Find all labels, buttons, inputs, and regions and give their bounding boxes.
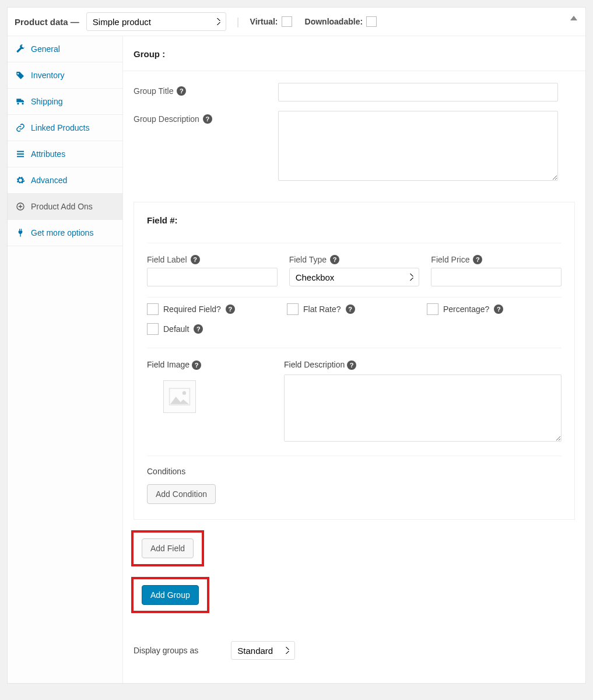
required-field-checkbox[interactable] bbox=[147, 303, 159, 315]
field-description-label: Field Description bbox=[284, 360, 345, 369]
gear-icon bbox=[16, 176, 25, 185]
sidebar-item-shipping[interactable]: Shipping bbox=[8, 89, 122, 115]
header-separator: | bbox=[237, 16, 240, 28]
collapse-toggle-icon[interactable] bbox=[570, 16, 577, 20]
field-description-textarea[interactable] bbox=[284, 374, 562, 442]
help-icon[interactable]: ? bbox=[203, 114, 212, 124]
tag-icon bbox=[16, 71, 25, 80]
sidebar-item-label: Shipping bbox=[31, 97, 63, 106]
flat-rate-checkbox[interactable] bbox=[287, 303, 299, 315]
panel-title: Product data — bbox=[15, 17, 79, 27]
field-heading: Field #: bbox=[147, 215, 562, 225]
field-label-label: Field Label bbox=[147, 255, 187, 264]
sidebar-item-label: Get more options bbox=[31, 228, 93, 237]
field-image-label: Field Image bbox=[147, 360, 190, 369]
sidebar-item-inventory[interactable]: Inventory bbox=[8, 62, 122, 89]
highlight-frame: Add Group bbox=[131, 577, 209, 613]
sidebar-item-attributes[interactable]: Attributes bbox=[8, 141, 122, 167]
group-title-label: Group Title bbox=[134, 86, 173, 96]
plug-icon bbox=[16, 228, 25, 237]
sidebar-item-advanced[interactable]: Advanced bbox=[8, 167, 122, 194]
help-icon[interactable]: ? bbox=[347, 360, 356, 370]
sidebar-item-label: Product Add Ons bbox=[31, 202, 93, 211]
product-type-select-wrap: Simple product bbox=[86, 12, 226, 31]
help-icon[interactable]: ? bbox=[346, 304, 355, 314]
help-icon[interactable]: ? bbox=[177, 86, 186, 96]
group-title-input[interactable] bbox=[278, 83, 558, 102]
display-groups-select[interactable]: Standard bbox=[231, 641, 295, 660]
help-icon[interactable]: ? bbox=[330, 255, 339, 264]
highlight-frame: Add Field bbox=[131, 530, 204, 566]
help-icon[interactable]: ? bbox=[226, 304, 235, 314]
add-field-row: Add Field bbox=[123, 520, 585, 577]
sidebar-item-label: Attributes bbox=[31, 149, 65, 159]
sidebar-item-label: Inventory bbox=[31, 71, 65, 80]
content-area: Group : Group Title ? Group Description … bbox=[123, 36, 585, 683]
group-form: Group Title ? Group Description ? bbox=[123, 71, 585, 202]
percentage-checkbox[interactable] bbox=[427, 303, 438, 315]
sidebar-item-get-more-options[interactable]: Get more options bbox=[8, 220, 122, 246]
sidebar-item-label: Linked Products bbox=[31, 123, 89, 132]
downloadable-checkbox[interactable] bbox=[366, 16, 377, 27]
product-type-select[interactable]: Simple product bbox=[86, 12, 226, 31]
field-type-label: Field Type bbox=[289, 255, 327, 264]
field-box: Field #: Field Label ? Field Type bbox=[134, 202, 575, 520]
display-groups-row: Display groups as Standard bbox=[123, 624, 585, 683]
sidebar: General Inventory Shipping Linked Produc… bbox=[8, 36, 123, 683]
add-group-button[interactable]: Add Group bbox=[142, 585, 199, 605]
downloadable-label: Downloadable: bbox=[305, 17, 363, 26]
percentage-label: Percentage? bbox=[443, 304, 489, 314]
sidebar-item-label: General bbox=[31, 44, 60, 54]
add-field-button[interactable]: Add Field bbox=[142, 538, 194, 558]
svg-rect-1 bbox=[17, 153, 24, 155]
display-groups-label: Display groups as bbox=[134, 646, 198, 655]
group-description-label: Group Description bbox=[134, 114, 199, 124]
help-icon[interactable]: ? bbox=[494, 304, 503, 314]
wrench-icon bbox=[16, 44, 25, 54]
add-condition-button[interactable]: Add Condition bbox=[147, 484, 216, 504]
sidebar-item-label: Advanced bbox=[31, 176, 67, 185]
required-field-label: Required Field? bbox=[163, 304, 221, 314]
virtual-label: Virtual: bbox=[250, 17, 278, 26]
field-image-upload[interactable] bbox=[163, 380, 196, 413]
svg-point-5 bbox=[183, 391, 186, 395]
sidebar-item-product-add-ons[interactable]: Product Add Ons bbox=[8, 194, 122, 220]
group-description-textarea[interactable] bbox=[278, 111, 558, 181]
list-icon bbox=[16, 149, 25, 159]
field-price-label: Field Price bbox=[431, 255, 469, 264]
add-group-row: Add Group bbox=[123, 577, 585, 624]
panel-header: Product data — Simple product | Virtual:… bbox=[8, 8, 585, 36]
field-price-input[interactable] bbox=[431, 268, 562, 286]
help-icon[interactable]: ? bbox=[191, 255, 200, 264]
image-placeholder-icon bbox=[169, 387, 191, 406]
link-icon bbox=[16, 123, 25, 132]
help-icon[interactable]: ? bbox=[473, 255, 482, 264]
svg-rect-2 bbox=[17, 156, 24, 157]
plus-circle-icon bbox=[16, 202, 25, 211]
sidebar-item-linked-products[interactable]: Linked Products bbox=[8, 115, 122, 141]
panel-body: General Inventory Shipping Linked Produc… bbox=[8, 36, 585, 683]
group-heading: Group : bbox=[123, 36, 585, 71]
default-label: Default bbox=[163, 324, 189, 334]
conditions-label: Conditions bbox=[147, 467, 562, 476]
product-data-panel: Product data — Simple product | Virtual:… bbox=[7, 7, 586, 684]
default-checkbox[interactable] bbox=[147, 323, 159, 335]
help-icon[interactable]: ? bbox=[194, 324, 203, 334]
flat-rate-label: Flat Rate? bbox=[303, 304, 341, 314]
virtual-checkbox[interactable] bbox=[282, 16, 292, 27]
field-label-input[interactable] bbox=[147, 268, 278, 286]
field-type-select[interactable]: Checkbox bbox=[289, 268, 420, 286]
truck-icon bbox=[16, 97, 25, 106]
svg-rect-0 bbox=[17, 151, 24, 152]
help-icon[interactable]: ? bbox=[192, 360, 201, 370]
sidebar-item-general[interactable]: General bbox=[8, 36, 122, 62]
